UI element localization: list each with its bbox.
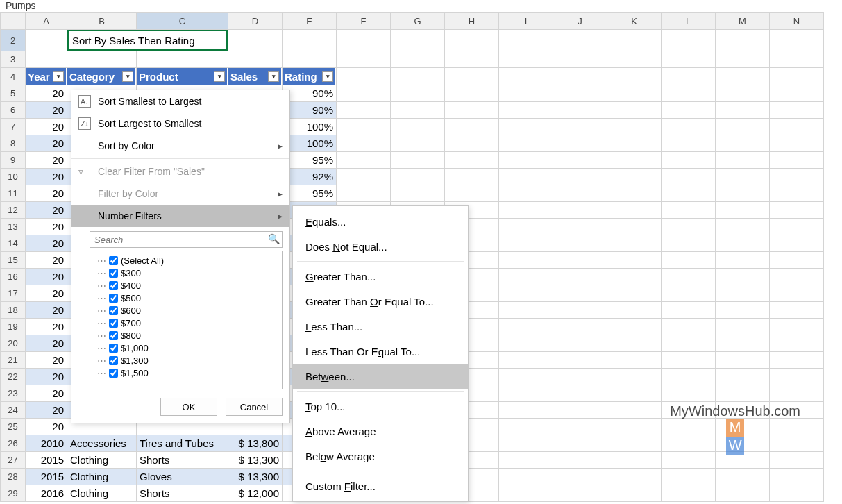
- cell[interactable]: [770, 469, 824, 485]
- cell[interactable]: [662, 68, 716, 85]
- row-header-14[interactable]: 14: [1, 235, 26, 252]
- cell[interactable]: [499, 119, 553, 135]
- column-header-G[interactable]: G: [391, 13, 445, 30]
- cancel-button[interactable]: Cancel: [226, 398, 283, 416]
- cell[interactable]: [607, 452, 662, 469]
- cell-year[interactable]: 20: [26, 135, 67, 152]
- cell[interactable]: [716, 68, 770, 85]
- cell[interactable]: [770, 319, 824, 335]
- cell-product[interactable]: Gloves: [137, 469, 228, 485]
- cell[interactable]: [445, 68, 499, 85]
- row-header-16[interactable]: 16: [1, 269, 26, 285]
- cell[interactable]: [499, 385, 553, 402]
- greater-than-item[interactable]: Greater Than...: [293, 264, 468, 289]
- cell[interactable]: [662, 469, 716, 485]
- filter-checkbox[interactable]: [109, 256, 118, 265]
- cell[interactable]: [662, 85, 716, 102]
- cell[interactable]: [662, 219, 716, 235]
- cell[interactable]: [445, 185, 499, 202]
- cell[interactable]: [553, 202, 607, 219]
- cell-year[interactable]: 2015: [26, 469, 67, 485]
- column-header-J[interactable]: J: [553, 13, 607, 30]
- cell[interactable]: [391, 68, 445, 85]
- cell-sales[interactable]: $ 13,300: [228, 452, 283, 469]
- cell[interactable]: [499, 485, 553, 502]
- cell[interactable]: [553, 152, 607, 169]
- sort-smallest-to-largest[interactable]: A↓ Sort Smallest to Largest: [71, 90, 289, 112]
- cell[interactable]: [662, 335, 716, 352]
- cell[interactable]: [499, 235, 553, 252]
- row-header-15[interactable]: 15: [1, 252, 26, 269]
- cell[interactable]: [445, 30, 499, 51]
- cell[interactable]: [662, 285, 716, 302]
- cell-rating[interactable]: 90%: [283, 85, 337, 102]
- greater-equal-item[interactable]: Greater Than Or Equal To...: [293, 289, 468, 314]
- cell[interactable]: [607, 169, 662, 185]
- cell[interactable]: [137, 51, 228, 68]
- not-equal-item[interactable]: Does Not Equal...: [293, 234, 468, 259]
- cell[interactable]: [607, 152, 662, 169]
- cell-year[interactable]: 20: [26, 419, 67, 435]
- cell[interactable]: [228, 30, 283, 51]
- cell[interactable]: [445, 51, 499, 68]
- cell[interactable]: [607, 402, 662, 419]
- cell[interactable]: [662, 152, 716, 169]
- cell[interactable]: [607, 319, 662, 335]
- cell[interactable]: [499, 402, 553, 419]
- cell-category[interactable]: Accessories: [67, 435, 137, 452]
- sort-largest-to-smallest[interactable]: Z↓ Sort Largest to Smallest: [71, 112, 289, 135]
- cell-year[interactable]: 2010: [26, 435, 67, 452]
- row-header-24[interactable]: 24: [1, 402, 26, 419]
- filter-dropdown-category[interactable]: ▾: [122, 71, 133, 82]
- cell[interactable]: [337, 152, 391, 169]
- cell[interactable]: [770, 152, 824, 169]
- cell[interactable]: [662, 385, 716, 402]
- cell-rating[interactable]: 100%: [283, 119, 337, 135]
- cell[interactable]: [553, 385, 607, 402]
- cell[interactable]: [607, 485, 662, 502]
- cell[interactable]: [391, 51, 445, 68]
- cell[interactable]: [607, 235, 662, 252]
- cell[interactable]: [662, 269, 716, 285]
- filter-values-list[interactable]: ⋯ (Select All)⋯ $300⋯ $400⋯ $500⋯ $600⋯ …: [90, 251, 283, 389]
- cell[interactable]: [553, 135, 607, 152]
- cell-year[interactable]: 20: [26, 219, 67, 235]
- row-header-19[interactable]: 19: [1, 319, 26, 335]
- cell[interactable]: [770, 202, 824, 219]
- ok-button[interactable]: OK: [160, 398, 217, 416]
- cell-rating[interactable]: 95%: [283, 185, 337, 202]
- cell[interactable]: [26, 30, 67, 51]
- cell[interactable]: [716, 319, 770, 335]
- cell-product[interactable]: Shorts: [137, 485, 228, 502]
- cell[interactable]: [391, 30, 445, 51]
- cell[interactable]: [770, 30, 824, 51]
- cell[interactable]: [662, 102, 716, 119]
- cell[interactable]: [607, 85, 662, 102]
- cell[interactable]: [337, 85, 391, 102]
- row-header-13[interactable]: 13: [1, 219, 26, 235]
- cell[interactable]: [716, 485, 770, 502]
- cell[interactable]: [26, 51, 67, 68]
- row-header-3[interactable]: 3: [1, 51, 26, 68]
- cell[interactable]: [607, 51, 662, 68]
- cell[interactable]: [499, 452, 553, 469]
- cell[interactable]: [770, 68, 824, 85]
- cell[interactable]: [716, 385, 770, 402]
- cell[interactable]: [499, 302, 553, 319]
- cell[interactable]: [391, 85, 445, 102]
- cell[interactable]: [499, 68, 553, 85]
- cell[interactable]: [499, 419, 553, 435]
- cell[interactable]: [445, 119, 499, 135]
- cell[interactable]: [607, 119, 662, 135]
- filter-checkbox[interactable]: [109, 356, 118, 365]
- number-filters[interactable]: Number Filters ▸: [71, 205, 289, 227]
- cell[interactable]: [662, 485, 716, 502]
- row-header-8[interactable]: 8: [1, 135, 26, 152]
- cell-year[interactable]: 20: [26, 352, 67, 369]
- cell[interactable]: [553, 235, 607, 252]
- cell[interactable]: [445, 135, 499, 152]
- row-header-4[interactable]: 4: [1, 68, 26, 85]
- cell[interactable]: [391, 185, 445, 202]
- cell[interactable]: [716, 152, 770, 169]
- cell[interactable]: [770, 369, 824, 385]
